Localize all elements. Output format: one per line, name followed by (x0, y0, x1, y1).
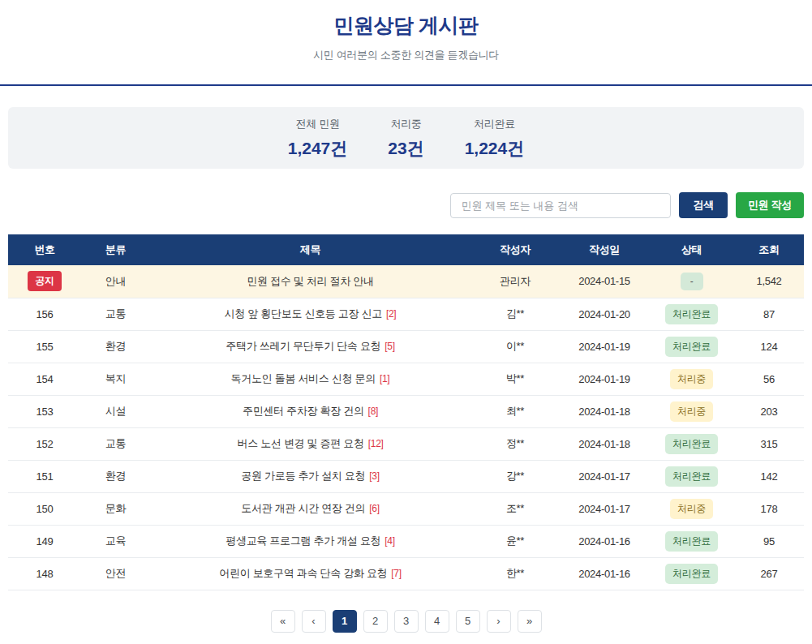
status-badge: 처리중 (670, 369, 713, 389)
table-row[interactable]: 155 환경 주택가 쓰레기 무단투기 단속 요청[5] 이** 2024-01… (8, 330, 804, 363)
post-title-link[interactable]: 버스 노선 변경 및 증편 요청[12] (150, 427, 470, 460)
table-row[interactable]: 156 교통 시청 앞 횡단보도 신호등 고장 신고[2] 김** 2024-0… (8, 298, 804, 330)
post-date: 2024-01-17 (578, 503, 630, 515)
cell-no: 148 (8, 557, 81, 590)
table-header: 번호 분류 제목 작성자 작성일 상태 조회 (8, 234, 804, 265)
page-title: 민원상담 게시판 (0, 12, 812, 39)
post-title[interactable]: 버스 노선 변경 및 증편 요청 (237, 437, 363, 449)
post-title-link[interactable]: 주민센터 주차장 확장 건의[8] (150, 395, 470, 427)
cell-status: 처리중 (649, 363, 734, 395)
notice-cell-no: 공지 (8, 265, 81, 298)
table-row[interactable]: 153 시설 주민센터 주차장 확장 건의[8] 최** 2024-01-18 … (8, 395, 804, 427)
table-row[interactable]: 151 환경 공원 가로등 추가 설치 요청[3] 강** 2024-01-17… (8, 460, 804, 492)
notice-title[interactable]: 민원 접수 및 처리 절차 안내 (247, 275, 373, 287)
pagination-button[interactable]: 1 (333, 610, 357, 633)
post-category: 문화 (105, 502, 126, 514)
cell-author: 정** (470, 427, 560, 460)
status-badge: 처리완료 (665, 564, 718, 584)
pagination-button-label: 5 (465, 615, 470, 627)
post-title[interactable]: 독거노인 돌봄 서비스 신청 문의 (231, 372, 376, 384)
post-title[interactable]: 어린이 보호구역 과속 단속 강화 요청 (219, 567, 387, 579)
cell-author: 강** (470, 460, 560, 492)
write-complaint-button[interactable]: 민원 작성 (736, 192, 804, 218)
post-author: 조** (506, 502, 524, 514)
column-header: 상태 (649, 234, 734, 265)
comment-count: [1] (380, 373, 389, 384)
notice-row[interactable]: 공지 안내 민원 접수 및 처리 절차 안내 관리자 2024-01-15 - … (8, 265, 804, 298)
view-count: 203 (761, 406, 778, 418)
search-button[interactable]: 검색 (679, 192, 727, 218)
cell-views: 203 (734, 395, 804, 427)
post-author: 김** (506, 307, 524, 320)
cell-views: 87 (734, 298, 804, 330)
post-date: 2024-01-17 (578, 470, 630, 483)
cell-category: 문화 (81, 492, 150, 525)
cell-category: 복지 (81, 363, 150, 395)
comment-count: [7] (391, 568, 401, 579)
cell-views: 315 (734, 427, 804, 460)
status-badge: 처리완료 (665, 304, 718, 324)
post-title-link[interactable]: 어린이 보호구역 과속 단속 강화 요청[7] (150, 557, 470, 590)
cell-author: 조** (470, 492, 560, 525)
table-row[interactable]: 148 안전 어린이 보호구역 과속 단속 강화 요청[7] 한** 2024-… (8, 557, 804, 590)
table-row[interactable]: 152 교통 버스 노선 변경 및 증편 요청[12] 정** 2024-01-… (8, 427, 804, 460)
post-title-link[interactable]: 주택가 쓰레기 무단투기 단속 요청[5] (150, 330, 470, 363)
cell-author: 윤** (470, 525, 560, 557)
post-title[interactable]: 시청 앞 횡단보도 신호등 고장 신고 (225, 307, 382, 320)
pagination-button[interactable]: › (487, 610, 511, 633)
column-header: 분류 (81, 234, 150, 265)
cell-date: 2024-01-16 (560, 525, 649, 557)
status-badge: 처리완료 (665, 466, 718, 487)
comment-count: [3] (369, 470, 379, 482)
post-title-link[interactable]: 독거노인 돌봄 서비스 신청 문의[1] (150, 363, 470, 395)
post-title-link[interactable]: 시청 앞 횡단보도 신호등 고장 신고[2] (150, 298, 470, 330)
stat-value: 23건 (388, 137, 423, 160)
pagination-button[interactable]: ‹ (302, 610, 326, 633)
column-header-label: 상태 (681, 243, 702, 255)
notice-badge: 공지 (28, 271, 61, 291)
cell-date: 2024-01-17 (560, 460, 649, 492)
view-count: 315 (761, 438, 778, 450)
page-subtitle: 시민 여러분의 소중한 의견을 듣겠습니다 (0, 48, 812, 62)
view-count: 142 (761, 470, 778, 483)
post-title[interactable]: 공원 가로등 추가 설치 요청 (241, 470, 365, 482)
cell-category: 환경 (81, 330, 150, 363)
notice-cell-date: 2024-01-15 (560, 265, 649, 298)
column-header: 작성일 (560, 234, 649, 265)
post-title-link[interactable]: 평생교육 프로그램 추가 개설 요청[4] (150, 525, 470, 557)
toolbar: 검색 민원 작성 (8, 192, 804, 218)
post-date: 2024-01-16 (578, 568, 630, 580)
post-title[interactable]: 주택가 쓰레기 무단투기 단속 요청 (226, 340, 380, 352)
view-count: 56 (763, 373, 775, 385)
notice-cell-views: 1,542 (734, 265, 804, 298)
post-title-link[interactable]: 도서관 개관 시간 연장 건의[6] (150, 492, 470, 525)
post-number: 154 (37, 373, 54, 385)
pagination-button[interactable]: 4 (425, 610, 449, 633)
pagination-button-label: 4 (434, 615, 440, 627)
pagination-button-label: « (280, 615, 286, 627)
search-input[interactable] (450, 193, 671, 218)
post-title[interactable]: 주민센터 주차장 확장 건의 (243, 405, 364, 417)
pagination-button[interactable]: « (271, 610, 295, 633)
table-row[interactable]: 150 문화 도서관 개관 시간 연장 건의[6] 조** 2024-01-17… (8, 492, 804, 525)
post-author: 정** (506, 437, 524, 449)
post-number: 153 (37, 406, 54, 418)
table-row[interactable]: 149 교육 평생교육 프로그램 추가 개설 요청[4] 윤** 2024-01… (8, 525, 804, 557)
cell-status: 처리완료 (649, 460, 734, 492)
post-author: 윤** (506, 535, 524, 547)
post-author: 한** (506, 567, 524, 579)
post-number: 152 (37, 438, 54, 450)
cell-no: 154 (8, 363, 81, 395)
cell-author: 박** (470, 363, 560, 395)
post-title[interactable]: 평생교육 프로그램 추가 개설 요청 (226, 535, 380, 547)
pagination-button[interactable]: 5 (456, 610, 480, 633)
post-title[interactable]: 도서관 개관 시간 연장 건의 (241, 502, 365, 514)
pagination-button-label: 2 (372, 615, 378, 627)
pagination-button[interactable]: 2 (363, 610, 388, 633)
table-row[interactable]: 154 복지 독거노인 돌봄 서비스 신청 문의[1] 박** 2024-01-… (8, 363, 804, 395)
pagination-button[interactable]: » (518, 610, 542, 633)
pagination-button[interactable]: 3 (394, 610, 419, 633)
column-header: 번호 (8, 234, 81, 265)
post-title-link[interactable]: 민원 접수 및 처리 절차 안내 (150, 265, 470, 298)
post-title-link[interactable]: 공원 가로등 추가 설치 요청[3] (150, 460, 470, 492)
